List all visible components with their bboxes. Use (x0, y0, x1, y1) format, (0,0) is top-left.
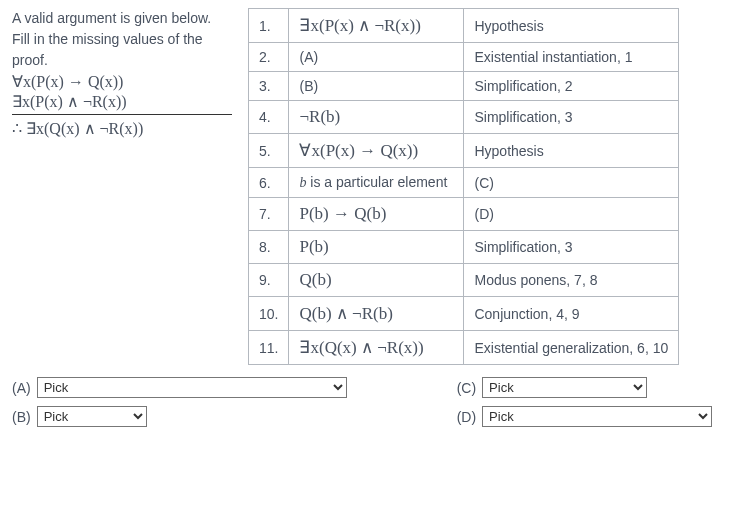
proof-table: 1. ∃x(P(x) ∧ ¬R(x)) Hypothesis 2. (A) Ex… (248, 8, 679, 365)
prompt-line1: A valid argument is given below. (12, 8, 232, 28)
step-stmt: Q(b) ∧ ¬R(b) (299, 304, 392, 323)
step-num: 7. (249, 198, 289, 231)
table-row: 3. (B) Simplification, 2 (249, 72, 679, 101)
step-just: (C) (464, 168, 679, 198)
answer-d-label: (D) (457, 409, 476, 425)
answer-a-select[interactable]: Pick (37, 377, 347, 398)
step-num: 4. (249, 101, 289, 134)
step-stmt: P(b) (299, 237, 328, 256)
table-row: 5. ∀x(P(x) → Q(x)) Hypothesis (249, 134, 679, 168)
step-just: Modus ponens, 7, 8 (464, 264, 679, 297)
table-row: 10. Q(b) ∧ ¬R(b) Conjunction, 4, 9 (249, 297, 679, 331)
answer-c-label: (C) (457, 380, 476, 396)
step-just: Simplification, 3 (464, 101, 679, 134)
answer-b-select[interactable]: Pick (37, 406, 147, 427)
table-row: 9. Q(b) Modus ponens, 7, 8 (249, 264, 679, 297)
inference-rule-line (12, 114, 232, 115)
answer-d-select[interactable]: Pick (482, 406, 712, 427)
step-stmt: ∀x(P(x) → Q(x)) (299, 141, 418, 160)
step-stmt: ¬R(b) (299, 107, 340, 126)
answer-c-select[interactable]: Pick (482, 377, 647, 398)
step-num: 6. (249, 168, 289, 198)
answers-block: (A) Pick (B) Pick (C) Pick (D) Pick (12, 377, 728, 427)
table-row: 4. ¬R(b) Simplification, 3 (249, 101, 679, 134)
prompt-block: A valid argument is given below. Fill in… (12, 8, 232, 140)
step-just: Conjunction, 4, 9 (464, 297, 679, 331)
table-row: 1. ∃x(P(x) ∧ ¬R(x)) Hypothesis (249, 9, 679, 43)
step-just: Existential generalization, 6, 10 (464, 331, 679, 365)
answer-b-label: (B) (12, 409, 31, 425)
table-row: 7. P(b) → Q(b) (D) (249, 198, 679, 231)
step-num: 3. (249, 72, 289, 101)
step-stmt: Q(b) (299, 270, 331, 289)
step-num: 8. (249, 231, 289, 264)
step-just: (D) (464, 198, 679, 231)
table-row: 2. (A) Existential instantiation, 1 (249, 43, 679, 72)
premise-2: ∃x(P(x) ∧ ¬R(x)) (12, 92, 232, 112)
table-row: 6. b is a particular element (C) (249, 168, 679, 198)
table-row: 11. ∃x(Q(x) ∧ ¬R(x)) Existential general… (249, 331, 679, 365)
step-num: 10. (249, 297, 289, 331)
step-num: 1. (249, 9, 289, 43)
step-just: Hypothesis (464, 134, 679, 168)
step-stmt: ∃x(P(x) ∧ ¬R(x)) (299, 16, 420, 35)
step-stmt: (B) (299, 78, 318, 94)
step-stmt: P(b) → Q(b) (299, 204, 386, 223)
step-just: Hypothesis (464, 9, 679, 43)
step-just: Simplification, 3 (464, 231, 679, 264)
step-stmt: (A) (299, 49, 318, 65)
step-num: 11. (249, 331, 289, 365)
conclusion: ∴ ∃x(Q(x) ∧ ¬R(x)) (12, 117, 232, 140)
table-row: 8. P(b) Simplification, 3 (249, 231, 679, 264)
answer-a-label: (A) (12, 380, 31, 396)
prompt-line2: Fill in the missing values of the proof. (12, 29, 232, 70)
premise-1: ∀x(P(x) → Q(x)) (12, 72, 232, 92)
step-stmt: ∃x(Q(x) ∧ ¬R(x)) (299, 338, 423, 357)
step-num: 9. (249, 264, 289, 297)
step-num: 5. (249, 134, 289, 168)
step-num: 2. (249, 43, 289, 72)
step-just: Existential instantiation, 1 (464, 43, 679, 72)
step-just: Simplification, 2 (464, 72, 679, 101)
step-stmt: b is a particular element (299, 174, 447, 190)
